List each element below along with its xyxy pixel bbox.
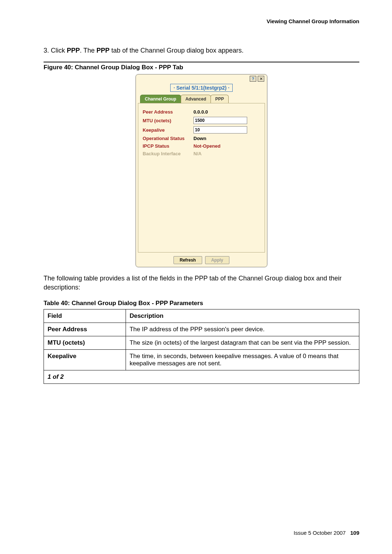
figure-caption: Figure 40: Channel Group Dialog Box - PP… (44, 64, 359, 71)
mtu-label: MTU (octets) (143, 118, 193, 123)
tab-ppp[interactable]: PPP (211, 95, 229, 103)
th-field: Field (44, 309, 126, 323)
peer-address-value: 0.0.0.0 (193, 109, 208, 115)
page-footer: Issue 5 October 2007 109 (294, 530, 359, 536)
backup-interface-label: Backup Interface (143, 151, 193, 156)
op-status-label: Operational Status (143, 136, 193, 141)
step-number: 3. (44, 47, 49, 54)
page-header: Viewing Channel Group Information (44, 18, 359, 24)
ipcp-status-value: Not-Opened (193, 143, 220, 149)
mtu-input[interactable] (193, 117, 247, 124)
dialog-panel: Peer Address 0.0.0.0 MTU (octets) Keepal… (138, 103, 265, 253)
table-page-count: 1 of 2 (44, 370, 359, 383)
row-desc: The size (in octets) of the largest data… (126, 336, 359, 349)
keepalive-input[interactable] (193, 126, 247, 134)
row-desc: The time, in seconds, between keepalive … (126, 349, 359, 370)
footer-issue: Issue 5 October 2007 (294, 530, 346, 536)
th-description: Description (126, 309, 359, 323)
step-mid: . The (80, 47, 97, 54)
apply-button[interactable]: Apply (205, 256, 229, 264)
step-suffix: tab of the Channel Group dialog box appe… (110, 47, 244, 54)
dialog-tabs: Channel Group Advanced PPP (140, 95, 265, 103)
row-field: MTU (octets) (44, 336, 126, 349)
table-row: Peer Address The IP address of the PPP s… (44, 323, 359, 336)
footer-page: 109 (350, 530, 359, 536)
peer-address-label: Peer Address (143, 109, 193, 115)
step-text: 3. Click PPP. The PPP tab of the Channel… (44, 46, 359, 55)
row-field: Keepalive (44, 349, 126, 370)
step-term1: PPP (67, 47, 80, 54)
table-caption: Table 40: Channel Group Dialog Box - PPP… (44, 300, 359, 307)
ipcp-status-label: IPCP Status (143, 143, 193, 149)
step-prefix: Click (51, 47, 67, 54)
tab-advanced[interactable]: Advanced (181, 95, 211, 103)
table-row: Keepalive The time, in seconds, between … (44, 349, 359, 370)
table-header-row: Field Description (44, 309, 359, 323)
dialog-title: · Serial 5/1:1(testgrp2) · (170, 84, 233, 92)
refresh-button[interactable]: Refresh (173, 256, 202, 264)
ppp-params-table: Field Description Peer Address The IP ad… (44, 309, 359, 384)
step-term2: PPP (97, 47, 110, 54)
table-row: MTU (octets) The size (in octets) of the… (44, 336, 359, 349)
close-icon[interactable]: ✕ (258, 76, 264, 82)
figure-rule (44, 62, 359, 62)
table-intro: The following table provides a list of t… (44, 274, 359, 292)
help-icon[interactable]: ? (250, 76, 256, 82)
row-desc: The IP address of the PPP session's peer… (126, 323, 359, 336)
op-status-value: Down (193, 136, 206, 141)
backup-interface-value: N/A (193, 151, 201, 156)
tab-channel-group[interactable]: Channel Group (140, 95, 181, 103)
channel-group-dialog: ? ✕ · Serial 5/1:1(testgrp2) · Channel G… (135, 74, 268, 267)
keepalive-label: Keepalive (143, 127, 193, 133)
row-field: Peer Address (44, 323, 126, 336)
table-page-row: 1 of 2 (44, 370, 359, 383)
